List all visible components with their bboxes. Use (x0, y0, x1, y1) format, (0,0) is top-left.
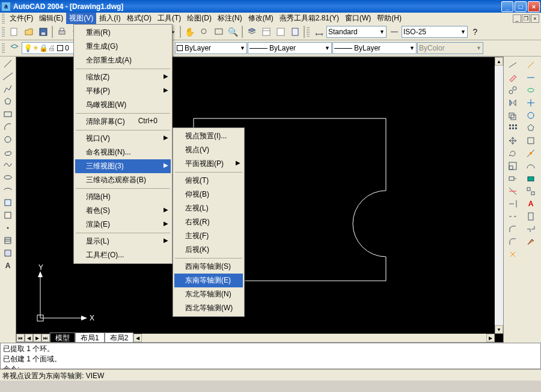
menuitem[interactable]: 主视(F) (174, 229, 243, 243)
rotate-icon[interactable] (506, 147, 520, 159)
menuitem[interactable]: 全部重生成(A) (75, 54, 171, 67)
menuitem[interactable]: 重生成(G) (75, 40, 171, 54)
tool12-icon[interactable]: A (524, 198, 538, 209)
stretch-icon[interactable] (506, 173, 520, 184)
menuitem[interactable]: 左视(L) (174, 201, 243, 215)
array-icon[interactable] (506, 122, 520, 133)
move-icon[interactable] (506, 135, 520, 146)
circle-icon[interactable] (1, 133, 14, 145)
menuitem[interactable]: 工具栏(O)... (75, 248, 171, 262)
explode-icon[interactable] (506, 248, 520, 260)
trim-icon[interactable] (506, 185, 520, 197)
menuitem[interactable]: 西南等轴测(S) (174, 260, 243, 274)
menuitem[interactable]: 东北等轴测(N) (174, 287, 243, 301)
tool15-icon[interactable] (524, 236, 538, 247)
revcloud-icon[interactable] (1, 146, 14, 158)
menuitem[interactable]: 着色(S)▶ (75, 204, 171, 218)
menu-insert[interactable]: 插入(I) (96, 13, 123, 24)
mdi-minimize-button[interactable]: _ (513, 14, 521, 23)
tab-layout1[interactable]: 布局1 (75, 332, 105, 343)
lineweight-combo[interactable]: ByLayer▼ (332, 42, 417, 54)
menu-help[interactable]: 帮助(H) (374, 13, 405, 24)
grip-icon[interactable] (307, 27, 310, 37)
menuitem[interactable]: 鸟瞰视图(W) (75, 98, 171, 112)
tool8-icon[interactable] (524, 147, 538, 159)
block-icon[interactable] (1, 209, 14, 221)
tool3-icon[interactable] (524, 84, 538, 96)
tool1-icon[interactable] (524, 59, 538, 70)
line-icon[interactable] (1, 58, 14, 69)
tool2-icon[interactable] (524, 72, 538, 83)
tool5-icon[interactable] (524, 109, 538, 121)
dim-style-combo[interactable]: ISO-25▼ (402, 26, 468, 38)
extend-icon[interactable] (506, 198, 520, 209)
dcenter-icon[interactable] (274, 25, 287, 39)
save-icon[interactable] (36, 25, 50, 39)
menuitem[interactable]: 仰视(B) (174, 188, 243, 201)
menuitem[interactable]: 清除屏幕(C)Ctrl+0 (75, 115, 171, 129)
tab-layout2[interactable]: 布局2 (105, 332, 134, 343)
menu-modify[interactable]: 修改(M) (245, 13, 277, 24)
dist-icon[interactable] (506, 59, 520, 70)
scale-icon[interactable] (506, 160, 520, 171)
help-icon[interactable]: ? (468, 25, 482, 39)
zoom-prev-icon[interactable]: 🔍 (226, 25, 240, 39)
zoom-rt-icon[interactable] (197, 25, 211, 39)
maximize-button[interactable]: □ (515, 1, 527, 12)
tab-last[interactable]: ⏭ (41, 334, 50, 342)
linetype-combo[interactable]: ByLayer▼ (248, 42, 332, 54)
text-style-combo[interactable]: Standard▼ (326, 26, 387, 38)
color-combo[interactable]: ByLayer▼ (175, 42, 247, 54)
menuitem[interactable]: 重画(R) (75, 26, 171, 40)
menu-view[interactable]: 视图(V) (66, 13, 96, 24)
menu-yx[interactable]: 燕秀工具箱2.81(Y) (277, 13, 342, 24)
menuitem[interactable]: 视点预置(I)... (174, 129, 243, 143)
menu-dim[interactable]: 标注(N) (215, 13, 245, 24)
insert-icon[interactable] (1, 197, 14, 208)
grip-icon[interactable] (2, 43, 5, 53)
properties-icon[interactable] (259, 25, 273, 39)
tool9-icon[interactable] (524, 160, 538, 171)
close-button[interactable]: × (528, 1, 540, 12)
command-window[interactable]: 已提取 1 个环。 已创建 1 个面域。 命令: (0, 343, 541, 369)
menuitem[interactable]: 三维视图(3)▶ (75, 159, 171, 173)
menuitem[interactable]: 西北等轴测(W) (174, 301, 243, 315)
menuitem[interactable]: 消隐(H) (75, 190, 171, 204)
horizontal-scrollbar[interactable]: ⏮ ◀ ▶ ⏭ 模型 布局1 布局2 ◀▶ (16, 334, 495, 342)
erase-icon[interactable] (506, 72, 520, 83)
tool13-icon[interactable] (524, 210, 538, 222)
menuitem[interactable]: 三维动态观察器(B) (75, 173, 171, 187)
menuitem[interactable]: 平移(P)▶ (75, 84, 171, 98)
menu-file[interactable]: 文件(F) (7, 13, 36, 24)
menuitem[interactable]: 俯视(T) (174, 174, 243, 188)
dim-style-icon[interactable] (312, 25, 326, 39)
menuitem[interactable]: 命名视图(N)... (75, 145, 171, 159)
tool6-icon[interactable] (524, 122, 538, 133)
menu-tools[interactable]: 工具(T) (154, 13, 184, 24)
tab-next[interactable]: ▶ (33, 334, 41, 342)
menu-window[interactable]: 窗口(W) (342, 13, 374, 24)
fillet-icon[interactable] (506, 236, 520, 247)
chamfer-icon[interactable] (506, 223, 520, 234)
menuitem[interactable]: 缩放(Z)▶ (75, 70, 171, 84)
rect-icon[interactable] (1, 108, 14, 120)
tool-pal-icon[interactable] (288, 25, 302, 39)
layer-prop-icon[interactable] (7, 41, 21, 55)
menu-draw[interactable]: 绘图(D) (184, 13, 215, 24)
pan-icon[interactable]: ✋ (183, 25, 197, 39)
spline-icon[interactable] (1, 159, 14, 170)
xline-icon[interactable] (1, 70, 14, 82)
tool11-icon[interactable] (524, 185, 538, 197)
menuitem[interactable]: 显示(L)▶ (75, 234, 171, 248)
menuitem[interactable]: 后视(K) (174, 243, 243, 257)
menuitem[interactable]: 渲染(E)▶ (75, 218, 171, 231)
menuitem[interactable]: 东南等轴测(E) (174, 274, 243, 287)
tool7-icon[interactable] (524, 135, 538, 146)
point-icon[interactable] (1, 222, 14, 233)
layers-icon[interactable] (245, 25, 258, 39)
mtext-icon[interactable]: A (1, 260, 14, 271)
plotstyle-combo[interactable]: ByColor▼ (417, 42, 483, 54)
tab-first[interactable]: ⏮ (16, 334, 25, 342)
open-icon[interactable] (22, 25, 35, 39)
vertical-scrollbar[interactable]: ▲▼ (495, 57, 503, 334)
